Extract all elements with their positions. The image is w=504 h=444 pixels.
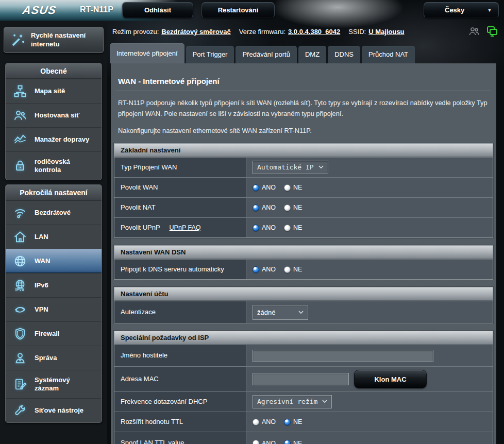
tab-dmz[interactable]: DMZ — [298, 46, 326, 63]
connected-devices-icon[interactable] — [485, 25, 499, 40]
sidebar-item-vpn[interactable]: VPN — [6, 297, 102, 321]
sidebar-item-label: LAN — [35, 233, 48, 241]
chevron-down-icon — [318, 165, 324, 169]
sidebar-item-parental-control[interactable]: rodičovská kontrola — [6, 151, 102, 180]
system-log-icon — [12, 377, 28, 392]
table-row: Frekvence dotazování DHCP Agresivní reži… — [114, 391, 493, 412]
extend-ttl-yes-radio[interactable] — [253, 419, 259, 425]
tab-port-trigger[interactable]: Port Trigger — [186, 46, 234, 63]
sidebar-item-label: IPv6 — [35, 281, 48, 289]
tab-internet-connection[interactable]: Internetové připojení — [110, 43, 184, 63]
spoof-lan-ttl-yes-radio[interactable] — [253, 440, 259, 444]
extend-ttl-label: Rozšířit hodnotu TTL — [114, 412, 246, 432]
hostname-input[interactable] — [253, 350, 433, 362]
chevron-down-icon: ▼ — [487, 7, 492, 13]
language-label: Česky — [445, 6, 464, 14]
sidebar-item-label: Síťové nástroje — [35, 406, 83, 415]
sidebar-item-administration[interactable]: Správa — [6, 346, 102, 370]
enable-upnp-label: Povolit UPnP UPnP FAQ — [114, 218, 246, 237]
spoof-lan-ttl-no-radio[interactable] — [284, 440, 291, 444]
upnp-faq-link[interactable]: UPnP FAQ — [170, 224, 201, 232]
spoof-lan-ttl-label: Spoof LAN TTL value — [114, 432, 246, 444]
advanced-section-title: Pokročilá nastavení — [6, 185, 102, 200]
title-divider — [116, 91, 491, 91]
sidebar-item-guest-network[interactable]: Hostovaná síť — [6, 103, 102, 127]
tab-nat-passthrough[interactable]: Průchod NAT — [362, 46, 415, 63]
mac-address-label: Adresa MAC — [114, 367, 246, 391]
isp-requirements-table: Speciální požadavky od ISP Jméno hostite… — [114, 331, 493, 444]
page-title: WAN - Internetové připojení — [118, 77, 489, 86]
tab-ddns[interactable]: DDNS — [328, 46, 360, 63]
reboot-button[interactable]: Restartování — [201, 2, 275, 18]
sidebar-item-firewall[interactable]: Firewall — [6, 321, 102, 346]
table-row: Rozšířit hodnotu TTL ANO NE — [114, 412, 493, 432]
description-paragraph-2: Nakonfigurujte nastavení ethernetové sít… — [118, 125, 489, 136]
dns-auto-no-radio[interactable] — [284, 266, 291, 273]
sidebar-item-network-map[interactable]: Mapa sítě — [6, 79, 102, 103]
enable-nat-yes-radio[interactable] — [253, 204, 259, 211]
parental-control-icon — [12, 158, 28, 174]
guest-network-icon — [12, 108, 28, 123]
clients-people-icon[interactable] — [468, 25, 480, 40]
enable-nat-label: Povolit NAT — [114, 198, 246, 217]
enable-upnp-no-radio[interactable] — [284, 225, 291, 231]
sidebar-item-traffic-manager[interactable]: Manažer dopravy — [6, 127, 102, 151]
general-section-title: Obecné — [6, 63, 102, 79]
model-name: RT-N11P — [80, 5, 113, 14]
logout-button[interactable]: Odhlásit — [122, 2, 193, 18]
quick-internet-setup-label: Rychlé nastavení internetu — [31, 31, 99, 48]
wan-dns-title: Nastavení WAN DSN — [114, 246, 493, 259]
traffic-manager-icon — [12, 132, 28, 147]
table-row: Povolit WAN ANO NE — [114, 177, 493, 197]
svg-text:IPv6: IPv6 — [15, 287, 24, 292]
ssid-link[interactable]: U Majlousu — [368, 28, 404, 36]
ssid-label: SSID: — [348, 28, 366, 36]
language-dropdown[interactable]: Česky ▼ — [424, 2, 499, 18]
dhcp-query-frequency-label: Frekvence dotazování DHCP — [114, 392, 246, 412]
sidebar-item-label: VPN — [35, 305, 48, 314]
sidebar-item-label: Manažer dopravy — [35, 135, 89, 144]
firewall-shield-icon — [12, 326, 28, 341]
table-row: Autentizace žádné — [114, 301, 493, 323]
router-admin-page: ASUS RT-N11P Odhlásit Restartování Česky… — [0, 0, 504, 444]
enable-wan-yes-radio[interactable] — [253, 184, 259, 191]
firmware-version-link[interactable]: 3.0.0.4.380_6042 — [288, 28, 340, 36]
wan-connection-type-select[interactable]: Automatické IP — [253, 161, 328, 174]
mac-address-input[interactable] — [253, 373, 349, 385]
account-settings-title: Nastavení účtu — [114, 287, 493, 301]
basic-config-title: Základní nastavení — [114, 144, 493, 157]
operation-mode-label: Režim provozu: — [112, 28, 159, 36]
sidebar-section-advanced: Pokročilá nastavení Bezdrátové LAN — [5, 184, 102, 423]
sidebar-item-label: rodičovská kontrola — [35, 158, 86, 174]
sidebar-item-wireless[interactable]: Bezdrátové — [6, 200, 102, 225]
authentication-select[interactable]: žádné — [253, 305, 308, 320]
enable-nat-no-radio[interactable] — [284, 204, 291, 211]
isp-requirements-title: Speciální požadavky od ISP — [114, 331, 493, 345]
status-icons — [468, 25, 499, 40]
sidebar-item-system-log[interactable]: Systémový záznam — [6, 370, 102, 398]
dhcp-query-frequency-select[interactable]: Agresivní režim — [253, 395, 332, 408]
description-paragraph-1: RT-N11P podporuje několik typů připojení… — [118, 97, 489, 119]
dns-auto-yes-radio[interactable] — [253, 266, 259, 273]
table-row: Připojit k DNS serveru automaticky ANO N… — [114, 259, 493, 279]
quick-internet-setup-button[interactable]: Rychlé nastavení internetu — [4, 27, 104, 53]
sidebar-item-label: WAN — [35, 257, 50, 265]
sidebar-item-label: Firewall — [35, 330, 59, 338]
enable-upnp-yes-radio[interactable] — [253, 225, 259, 231]
sidebar-item-network-tools[interactable]: Síťové nástroje — [6, 398, 102, 422]
enable-wan-no-radio[interactable] — [284, 184, 291, 191]
tab-port-forwarding[interactable]: Předávání portů — [236, 46, 297, 63]
sidebar-section-general: Obecné Mapa sítě Hostovaná síť — [5, 63, 102, 180]
sidebar-item-wan[interactable]: WAN — [6, 249, 102, 273]
network-map-icon — [12, 83, 28, 99]
sidebar-item-lan[interactable]: LAN — [6, 225, 102, 249]
operation-mode-link[interactable]: Bezdrátový směrovač — [161, 28, 230, 36]
wan-connection-type-label: Typ Připojení WAN — [114, 158, 246, 177]
status-bar: Režim provozu: Bezdrátový směrovač Verze… — [112, 28, 468, 36]
sidebar-item-label: Mapa sítě — [35, 87, 65, 95]
sidebar-item-ipv6[interactable]: IPv6 IPv6 — [6, 273, 102, 297]
header: ASUS RT-N11P Odhlásit Restartování Česky… — [0, 0, 504, 21]
extend-ttl-no-radio[interactable] — [284, 419, 291, 425]
table-row: Spoof LAN TTL value ANO NE — [114, 432, 493, 444]
mac-clone-button[interactable]: Klon MAC — [354, 370, 427, 388]
